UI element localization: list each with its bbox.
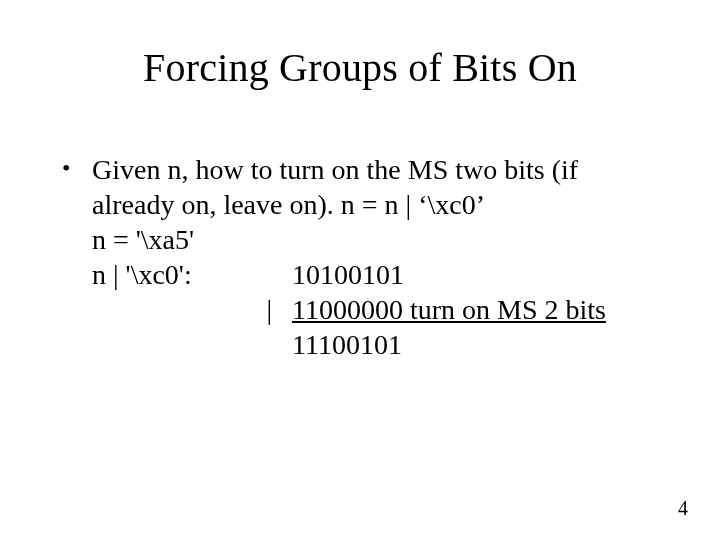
calc-row3-right: 11100101 xyxy=(292,327,660,362)
page-number: 4 xyxy=(678,497,688,520)
calc-row2-right: 11000000 turn on MS 2 bits xyxy=(292,292,660,327)
bullet-item: • Given n, how to turn on the MS two bit… xyxy=(62,152,660,222)
line-n-equals: n = '\xa5' xyxy=(62,222,660,257)
slide: Forcing Groups of Bits On • Given n, how… xyxy=(0,0,720,540)
calc-row1-left: n | '\xc0': xyxy=(92,257,292,292)
calc-row-3: 11100101 xyxy=(92,327,660,362)
bullet-marker: • xyxy=(62,152,92,186)
calc-row-1: n | '\xc0': 10100101 xyxy=(92,257,660,292)
bullet-text-line1: Given n, how to turn on the MS two bits … xyxy=(92,152,660,222)
calc-row2-left: | xyxy=(92,292,292,327)
slide-title: Forcing Groups of Bits On xyxy=(0,0,720,91)
slide-body: • Given n, how to turn on the MS two bit… xyxy=(62,152,660,362)
calc-row1-right: 10100101 xyxy=(292,257,660,292)
calculation-block: n | '\xc0': 10100101 | 11000000 turn on … xyxy=(62,257,660,362)
calc-row3-left xyxy=(92,327,292,362)
calc-row-2: | 11000000 turn on MS 2 bits xyxy=(92,292,660,327)
calc-row2-underlined: 11000000 turn on MS 2 bits xyxy=(292,294,606,325)
